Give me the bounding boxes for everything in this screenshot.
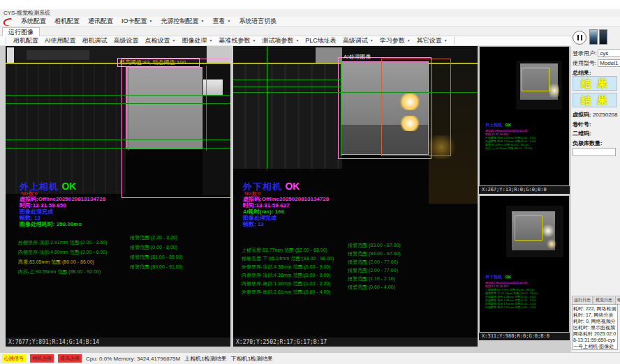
left-camera-coords: X:7677;Y:891;R:14;G:14;B:14 <box>6 338 230 347</box>
view-select-button-1[interactable] <box>589 29 598 45</box>
left-camera-view[interactable]: 料高阈值:93, 动态阈值:100 外上相机 OK NG数:0 虚拟码:Offl… <box>6 46 230 338</box>
window-title: CYS-视觉检测系统 <box>3 10 50 16</box>
model-row: 使用型号:Model1 <box>573 59 620 67</box>
virtual-code-value: 20250208 <box>593 112 618 118</box>
toolbar-separator <box>454 37 455 45</box>
negative-stock-label: 负极库数量: <box>573 139 603 147</box>
thumb-photo <box>516 61 562 109</box>
login-user-label: 登录用户: <box>573 50 596 56</box>
machine-structure <box>6 64 126 194</box>
menu-item-comm-config[interactable]: 通讯配置 <box>88 17 113 26</box>
pause-icon <box>577 35 579 40</box>
pink-roi-frame <box>121 59 230 198</box>
heartbeat-badge: 心跳信号 <box>2 354 26 363</box>
status-ok-label: OK <box>61 181 76 192</box>
tool-advanced-settings[interactable]: 高级设置 <box>114 36 139 45</box>
frame-count-label: 帧数: 13 <box>243 220 264 228</box>
measure-row: 上桶宽度:83.77mm 范围:(82.00 - 88.00) 报警范围:(83… <box>242 242 472 250</box>
model-field[interactable]: Model1 <box>598 59 620 67</box>
process-time-label: 图像处理耗时: 258.00ms <box>20 220 82 228</box>
status-bar: 心跳信号 相机连接 通讯连接 Cpu: 0.0% Memory: 3424.41… <box>0 352 620 364</box>
ai-image-label: AI处理图像 <box>344 53 371 61</box>
machine-part <box>27 50 89 60</box>
thumb-glow <box>542 224 554 238</box>
window-titlebar: CYS-视觉检测系统 <box>0 9 620 17</box>
toolbar: 相机配置 AI使用配置 相机调试 高级设置 点检设置 图像处理 基准线参数 测试… <box>0 36 570 46</box>
menu-bar: 系统配置 相机配置 通讯配置 IO卡配置 光源控制配置 查看 系统语言切换 <box>0 17 620 26</box>
virtual-code-row: 虚拟码: 20250208 <box>573 111 618 119</box>
measure-row: 外侧壁厚-顶部:4.38mm 范围:(0.00 - 9.00) 报警范围:(2.… <box>242 259 472 267</box>
menu-item-view[interactable]: 查看 <box>212 17 230 26</box>
tool-plc-address[interactable]: PLC地址表 <box>305 36 337 45</box>
alarm-range: 报警范围:(94.00 - 97.00) <box>348 250 401 257</box>
alarm-range: 报警范围:(83.00 - 87.00) <box>348 242 401 249</box>
thumb-camera-name: 外上相机 <box>485 123 502 127</box>
qr-code-label: 二维码: <box>573 130 591 137</box>
measure-row: 外侧壁厚-顶部:2.91mm 范围:(2.00 - 3.50) 报警范围:(2.… <box>18 234 228 244</box>
alarm-range: 报警范围:(2.00 - 77.00) <box>348 259 398 266</box>
lower-camera-result-link[interactable]: 下相机1检测结果 <box>231 355 273 363</box>
result-display-2: 结 果 <box>573 93 617 107</box>
menu-item-language-switch[interactable]: 系统语言切换 <box>239 17 276 26</box>
right-camera-coords: X:270;Y:2502;R:17;G:17;B:17 <box>233 338 478 347</box>
negative-stock-input[interactable] <box>573 148 616 156</box>
thumb-status: OK <box>505 123 511 127</box>
alarm-range: 报警范围:(0.00 - 8.00) <box>130 244 177 251</box>
tool-other-settings[interactable]: 其它设置 <box>417 36 448 45</box>
tool-camera-debug[interactable]: 相机调试 <box>82 36 108 45</box>
tool-image-process[interactable]: 图像处理 <box>182 36 212 45</box>
measurement-rows: 外侧壁厚-顶部:2.91mm 范围:(2.00 - 3.50) 报警范围:(2.… <box>18 234 228 273</box>
measure-line <box>206 66 207 151</box>
measure-value: 外侧壁厚-底部:2.61mm 范围:(0.60 - 4.00) <box>242 289 331 294</box>
app-logo-icon <box>3 17 13 26</box>
right-camera-view[interactable]: AI处理图像 外下相机 OK NG数:0 虚拟码:Offline20250208… <box>233 46 478 338</box>
cpu-memory-status: Cpu: 0.0% Memory: 3424.41796875M <box>86 356 180 362</box>
measure-line <box>6 139 230 140</box>
measure-row: 外侧壁厚-底部:2.61mm 范围:(0.60 - 4.00) 报警范围:(0.… <box>242 284 472 292</box>
thumb-view-top[interactable]: 外上相机 OK 虚拟码:Offline2025020813134728 时间:1… <box>479 46 570 186</box>
model-label: 使用型号: <box>573 60 596 66</box>
measure-value: 内径-上:90.56mm 范围:(88.00 - 92.00) <box>18 269 101 274</box>
menu-item-system-config[interactable]: 系统配置 <box>21 17 46 26</box>
comm-connect-badge: 通讯连接 <box>58 354 82 363</box>
thumb-camera-name: 外下相机 <box>485 275 502 279</box>
thumb-row: 内径-上:90.56mm 范围:(88.00 - 92.00) <box>485 146 568 150</box>
login-user-field[interactable]: cys <box>598 50 620 57</box>
alarm-range: 报警范围:(1.10 - 2.10) <box>348 275 395 282</box>
measure-row: 桶底宽度-下:95.24mm 范围:(93.00 - 98.00) 报警范围:(… <box>242 250 472 259</box>
measure-line <box>6 103 230 104</box>
pink-roi-frame <box>338 57 431 159</box>
tool-spot-check[interactable]: 点检设置 <box>145 36 176 45</box>
tool-ai-use-config[interactable]: AI使用配置 <box>45 36 76 45</box>
pause-button[interactable] <box>573 31 586 45</box>
measure-line <box>341 60 341 156</box>
pause-icon <box>581 35 582 40</box>
tool-advanced-debug[interactable]: 高级调试 <box>343 36 374 45</box>
tool-test-params[interactable]: 测试项参数 <box>262 36 299 45</box>
bright-machine-part <box>7 47 14 63</box>
upper-camera-result-link[interactable]: 上相机1检测结果 <box>184 355 226 363</box>
result-display-1: 结 果 <box>573 76 617 91</box>
log-output[interactable]: 耗时: 222, 网络检测耗时: 17, 网络分类耗时: 0, 网络视频分区耗时… <box>572 304 618 350</box>
app-window: CYS-视觉检测系统 系统配置 相机配置 通讯配置 IO卡配置 光源控制配置 查… <box>0 0 620 364</box>
thumb-photo <box>506 206 563 257</box>
thumb-status: OK <box>505 275 511 279</box>
virtual-code-label: 虚拟码: <box>573 112 591 118</box>
thumb-bottom-coords: X:311;Y:980;R:0;G:0;B:0 <box>479 333 570 340</box>
thumb-top-coords: X:267;Y:13;R:0;G:0;B:0 <box>479 186 570 194</box>
thumb-view-bottom[interactable]: 外下相机 OK 虚拟码:Offline2025020813134728 时间:1… <box>479 195 570 333</box>
thumb-row: 外侧壁厚-底部:2.61mm 范围:(0.60 - 4.00) <box>485 305 568 309</box>
tool-camera-config[interactable]: 相机配置 <box>13 36 38 45</box>
measure-line <box>233 86 342 87</box>
camera-connect-badge: 相机连接 <box>30 354 54 363</box>
view-select-button-2[interactable] <box>599 29 607 45</box>
measure-row: 高度:83.05mm 范围:(80.00 - 86.00) 报警范围:(81.0… <box>18 254 228 264</box>
menu-item-camera-config[interactable]: 相机配置 <box>54 17 80 26</box>
tab-run-image[interactable]: 运行图像 <box>2 27 40 36</box>
menu-item-io-config[interactable]: IO卡配置 <box>121 17 152 26</box>
menu-item-light-config[interactable]: 光源控制配置 <box>161 17 204 26</box>
tool-learn-params[interactable]: 学习参数 <box>380 36 411 45</box>
tool-baseline-params[interactable]: 基准线参数 <box>219 36 256 45</box>
login-user-row: 登录用户:cys <box>573 50 620 57</box>
measure-row: 内侧壁厚-顶部:4.60mm 范围:(3.00 - 6.00) 报警范围:(0.… <box>18 244 228 254</box>
